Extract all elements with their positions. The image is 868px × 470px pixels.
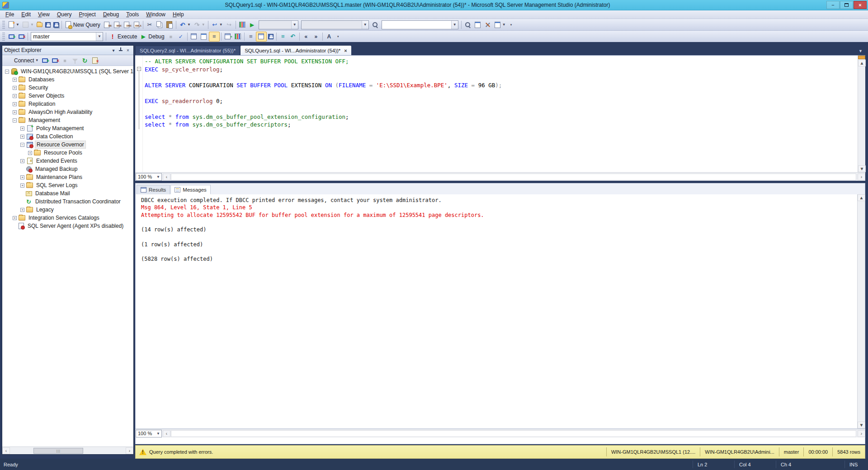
- minimize-button[interactable]: −: [826, 1, 840, 9]
- tab-sqlquery1[interactable]: SQLQuery1.sql - WI...Administrator (54))…: [241, 46, 351, 55]
- oe-refresh-button[interactable]: ↻: [80, 56, 90, 65]
- properties-window-button[interactable]: [473, 20, 483, 30]
- tree-item-sql-server-agent-agent-xps-disabled[interactable]: SQL Server Agent (Agent XPs disabled): [2, 222, 133, 230]
- expand-icon[interactable]: +: [20, 175, 24, 179]
- find-button[interactable]: [370, 20, 380, 30]
- scroll-up-icon[interactable]: ▲: [858, 60, 866, 66]
- editor-vscrollbar[interactable]: ▲ ▼: [858, 56, 865, 172]
- tree-item-replication[interactable]: +Replication: [2, 100, 133, 108]
- tree-item-resource-pools[interactable]: +Resource Pools: [2, 149, 133, 157]
- cancel-query-button[interactable]: ■: [166, 32, 176, 42]
- toolbar-overflow-button[interactable]: ▾: [335, 32, 341, 41]
- menu-query[interactable]: Query: [53, 11, 75, 18]
- expand-icon[interactable]: +: [20, 183, 24, 188]
- scroll-up-icon[interactable]: ▲: [858, 194, 865, 201]
- oe-filter-button[interactable]: [70, 56, 80, 65]
- tree-item-database-mail[interactable]: Database Mail: [2, 189, 133, 197]
- template-parameters-button[interactable]: A: [324, 32, 334, 42]
- collapse-icon[interactable]: −: [13, 118, 17, 122]
- scrollbar-thumb[interactable]: |||: [33, 448, 83, 454]
- save-button[interactable]: [44, 20, 52, 30]
- dmx-query-button[interactable]: DMX: [122, 20, 132, 30]
- object-explorer-hscrollbar[interactable]: ‹ ||| ›: [2, 446, 133, 454]
- debug-button[interactable]: ▶Debug: [138, 32, 165, 42]
- scroll-down-icon[interactable]: ▼: [858, 165, 866, 172]
- search-combobox[interactable]: ▼: [382, 20, 458, 29]
- scroll-right-icon[interactable]: ›: [858, 174, 865, 180]
- connect-button[interactable]: [6, 32, 16, 42]
- menu-help[interactable]: Help: [169, 11, 188, 18]
- expand-icon[interactable]: +: [13, 94, 17, 98]
- menu-view[interactable]: View: [34, 11, 53, 18]
- mdx-query-button[interactable]: MDX: [112, 20, 122, 30]
- tree-item-policy-management[interactable]: +Policy Management: [2, 124, 133, 132]
- tree-item-security[interactable]: +Security: [2, 84, 133, 92]
- tree-item-maintenance-plans[interactable]: +Maintenance Plans: [2, 173, 133, 181]
- tree-item-alwayson-high-availability[interactable]: +AlwaysOn High Availability: [2, 108, 133, 116]
- tree-item-win-gm1qlr4gb2u-mssql1-sql-server-12[interactable]: −WIN-GM1QLR4GB2U\MSSQL1 (SQL Server 12.: [2, 67, 133, 75]
- scroll-left-icon[interactable]: ‹: [163, 174, 170, 180]
- results-to-grid-button[interactable]: [256, 32, 267, 42]
- comment-button[interactable]: ≡: [278, 32, 288, 42]
- messages-body[interactable]: DBCC execution completed. If DBCC printe…: [136, 194, 857, 428]
- open-file-button[interactable]: [35, 20, 44, 30]
- tab-sqlquery2[interactable]: SQLQuery2.sql - WI...Administrator (55))…: [135, 46, 240, 55]
- oe-disconnect-button[interactable]: [50, 56, 60, 65]
- tree-item-distributed-transaction-coordinator[interactable]: ↻Distributed Transaction Coordinator: [2, 197, 133, 206]
- tree-item-databases[interactable]: +Databases: [2, 75, 133, 84]
- scroll-right-icon[interactable]: ›: [126, 447, 133, 454]
- save-all-button[interactable]: [52, 20, 60, 30]
- collapse-icon[interactable]: −: [5, 70, 9, 74]
- expand-icon[interactable]: +: [13, 78, 17, 82]
- expand-icon[interactable]: +: [13, 216, 17, 220]
- decrease-indent-button[interactable]: «: [301, 32, 311, 42]
- connect-dropdown-button[interactable]: Connect▼: [4, 56, 40, 65]
- tree-item-management[interactable]: −Management: [2, 116, 133, 124]
- scrollbar-track[interactable]: [858, 66, 865, 165]
- navigate-backward-button[interactable]: ↩▼: [210, 20, 224, 30]
- object-browser-button[interactable]: ▼: [493, 20, 507, 30]
- uncomment-button[interactable]: ↶: [288, 32, 298, 42]
- expand-icon[interactable]: +: [20, 159, 24, 163]
- scroll-left-icon[interactable]: ‹: [163, 430, 170, 437]
- toolbar-overflow-button[interactable]: ▾: [508, 20, 514, 29]
- menu-debug[interactable]: Debug: [99, 11, 123, 18]
- redo-button[interactable]: ↷▼: [192, 20, 207, 30]
- change-connection-button[interactable]: [16, 32, 26, 42]
- estimated-plan-button[interactable]: [189, 32, 199, 42]
- copy-button[interactable]: [155, 20, 165, 30]
- editor-zoom-combobox[interactable]: 100 % ▼: [136, 173, 162, 181]
- menu-project[interactable]: Project: [75, 11, 99, 18]
- active-files-dropdown-button[interactable]: ▼: [856, 49, 865, 55]
- results-to-file-button[interactable]: [267, 32, 275, 42]
- tree-item-managed-backup[interactable]: Managed Backup: [2, 165, 133, 173]
- collapse-icon[interactable]: −: [20, 143, 24, 147]
- database-combobox[interactable]: master▼: [31, 32, 103, 41]
- parse-button[interactable]: ✓: [176, 32, 186, 42]
- expand-icon[interactable]: +: [28, 151, 32, 155]
- tab-results[interactable]: Results: [137, 185, 170, 194]
- undo-button[interactable]: ↶▼: [178, 20, 192, 30]
- menu-window[interactable]: Window: [142, 11, 169, 18]
- oe-stop-button[interactable]: ■: [60, 56, 70, 65]
- cut-button[interactable]: ✂: [145, 20, 155, 30]
- start-button[interactable]: ▶: [247, 20, 257, 30]
- tree-item-extended-events[interactable]: +Extended Events: [2, 157, 133, 165]
- xmla-query-button[interactable]: XMLA: [132, 20, 142, 30]
- expand-icon[interactable]: +: [20, 135, 24, 139]
- database-engine-query-button[interactable]: DB: [102, 20, 112, 30]
- tree-item-resource-governor[interactable]: −Resource Governor: [2, 141, 133, 149]
- editor-hscrollbar[interactable]: [171, 174, 856, 180]
- expand-icon[interactable]: +: [20, 127, 24, 131]
- deployment-combobox-1[interactable]: ▼: [259, 20, 298, 29]
- query-options-button[interactable]: [199, 32, 209, 42]
- new-query-button[interactable]: New Query: [63, 20, 102, 30]
- tree-item-server-objects[interactable]: +Server Objects: [2, 92, 133, 100]
- tab-messages[interactable]: Messages: [170, 185, 210, 194]
- paste-button[interactable]: [165, 20, 175, 30]
- tree-item-legacy[interactable]: +Legacy: [2, 206, 133, 214]
- menu-tools[interactable]: Tools: [123, 11, 142, 18]
- scrollbar-track[interactable]: [858, 201, 865, 422]
- messages-hscrollbar[interactable]: [171, 430, 856, 437]
- increase-indent-button[interactable]: »: [311, 32, 321, 42]
